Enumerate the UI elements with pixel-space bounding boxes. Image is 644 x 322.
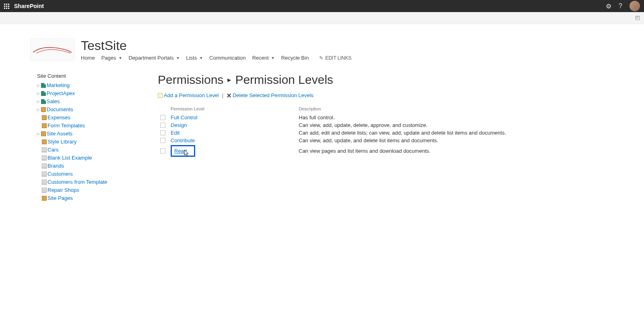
add-permission-label: Add a Permission Level <box>164 92 219 98</box>
nav-home[interactable]: Home <box>81 55 95 61</box>
tree-link[interactable]: Site Pages <box>47 195 73 202</box>
left-navigation: Site Content ▷Marketing ▷ProjectApex ▷Sa… <box>37 73 158 202</box>
permission-level-link-edit[interactable]: Edit <box>171 130 180 136</box>
tree-link[interactable]: Customers from Template <box>47 179 107 186</box>
nav-lists-label: Lists <box>186 55 197 61</box>
permission-level-link-contribute[interactable]: Contribute <box>171 137 195 143</box>
delete-permission-levels-link[interactable]: Delete Selected Permission Levels <box>227 92 314 98</box>
focus-content-icon[interactable]: ◰ <box>635 15 640 21</box>
table-header-row: Permission Level Description <box>158 106 628 114</box>
tree-link[interactable]: Customers <box>47 170 73 178</box>
page-breadcrumb: Permissions ▸ Permission Levels <box>158 73 628 87</box>
table-row: Design Can view, add, update, delete, ap… <box>158 121 628 129</box>
table-row: Contribute Can view, add, update, and de… <box>158 137 628 144</box>
ribbon-area: ◰ <box>0 12 644 24</box>
expander-icon[interactable]: ▷ <box>37 82 40 89</box>
tree-node-siteassets[interactable]: ▷Site Assets <box>37 130 158 138</box>
user-avatar[interactable] <box>630 1 640 11</box>
tree-node-sales[interactable]: ▷Sales <box>37 98 158 106</box>
edit-links-button[interactable]: EDIT LINKS <box>319 55 351 61</box>
list-icon <box>42 164 47 168</box>
help-icon[interactable]: ? <box>619 2 622 10</box>
site-logo[interactable] <box>30 38 74 60</box>
library-icon <box>41 131 46 136</box>
tree-link[interactable]: Expenses <box>47 114 70 121</box>
tree-node-stylelibrary[interactable]: Style Library <box>37 138 158 146</box>
tree-node-marketing[interactable]: ▷Marketing <box>37 81 158 89</box>
row-checkbox[interactable] <box>160 123 165 128</box>
expander-icon[interactable]: ▷ <box>37 130 40 137</box>
row-checkbox[interactable] <box>160 138 165 143</box>
caret-icon: ▼ <box>271 56 275 60</box>
row-checkbox[interactable] <box>160 130 165 135</box>
permission-description: Can add, edit and delete lists; can view… <box>299 130 628 136</box>
library-icon <box>42 123 47 128</box>
tree-link[interactable]: Site Assets <box>47 130 72 137</box>
tree-node-brands[interactable]: Brands <box>37 162 158 170</box>
add-permission-level-link[interactable]: Add a Permission Level <box>158 92 219 98</box>
nav-recycle-bin[interactable]: Recycle Bin <box>281 55 309 61</box>
tree-node-formtemplates[interactable]: Form Templates <box>37 122 158 130</box>
row-checkbox[interactable] <box>160 148 165 154</box>
column-header-name[interactable]: Permission Level <box>171 106 299 111</box>
tree-link[interactable]: Brands <box>47 162 64 170</box>
tree-node-customerstpl[interactable]: Customers from Template <box>37 178 158 186</box>
list-icon <box>42 147 47 152</box>
table-row: Full Control Has full control. <box>158 114 628 121</box>
nav-communication[interactable]: Communication <box>209 55 246 61</box>
tree-node-projectapex[interactable]: ▷ProjectApex <box>37 89 158 98</box>
expander-icon[interactable]: ▷ <box>37 90 40 97</box>
library-icon <box>41 107 46 112</box>
breadcrumb-parent[interactable]: Permissions <box>158 73 223 87</box>
column-header-description[interactable]: Description <box>299 106 628 111</box>
tree-link[interactable]: Blank List Example <box>47 154 92 162</box>
expander-icon[interactable]: ▷ <box>37 98 40 105</box>
permission-level-link-read[interactable]: Read <box>174 148 187 154</box>
delete-permission-label: Delete Selected Permission Levels <box>233 92 314 98</box>
tree-link[interactable]: ProjectApex <box>47 90 75 97</box>
permission-level-link-full-control[interactable]: Full Control <box>171 114 197 120</box>
tree-link[interactable]: Cars <box>47 146 58 154</box>
permission-description: Can view, add, update, and delete list i… <box>299 137 628 143</box>
tree-node-sitepages[interactable]: Site Pages <box>37 194 158 202</box>
permission-level-link-design[interactable]: Design <box>171 122 187 128</box>
tree-link[interactable]: Repair Shops <box>47 187 79 194</box>
table-row: Read Can view pages and list items and d… <box>158 144 628 158</box>
breadcrumb-separator-icon: ▸ <box>227 75 231 84</box>
list-icon <box>42 180 47 185</box>
delete-x-icon <box>227 93 231 98</box>
nav-pages[interactable]: Pages▼ <box>101 55 122 61</box>
permission-description: Can view, add, update, delete, approve, … <box>299 122 628 128</box>
nav-department-portals[interactable]: Department Portals▼ <box>128 55 180 61</box>
tree-node-customers[interactable]: Customers <box>37 170 158 178</box>
permission-description: Can view pages and list items and downlo… <box>299 148 628 154</box>
caret-icon: ▼ <box>199 56 203 60</box>
tree-link[interactable]: Marketing <box>47 82 70 89</box>
action-toolbar: Add a Permission Level | Delete Selected… <box>158 92 628 98</box>
tree-node-documents[interactable]: ▷Documents <box>37 106 158 114</box>
tree-link[interactable]: Form Templates <box>47 122 85 129</box>
nav-pages-label: Pages <box>101 55 116 61</box>
tree-node-cars[interactable]: Cars <box>37 146 158 154</box>
caret-icon: ▼ <box>119 56 122 60</box>
permission-description: Has full control. <box>299 114 628 120</box>
app-title[interactable]: SharePoint <box>14 3 44 9</box>
permission-levels-table: Permission Level Description Full Contro… <box>158 106 628 158</box>
tree-link[interactable]: Style Library <box>47 138 76 145</box>
app-launcher-icon[interactable] <box>4 4 9 9</box>
nav-recent[interactable]: Recent▼ <box>252 55 275 61</box>
site-icon <box>41 99 46 104</box>
row-checkbox[interactable] <box>160 115 165 120</box>
site-title[interactable]: TestSite <box>81 38 351 53</box>
tree-node-repairshops[interactable]: Repair Shops <box>37 186 158 194</box>
separator: | <box>222 92 223 98</box>
tree-node-expenses[interactable]: Expenses <box>37 114 158 122</box>
tree-node-blanklist[interactable]: Blank List Example <box>37 154 158 162</box>
tree-link[interactable]: Sales <box>47 98 60 105</box>
library-icon <box>42 139 47 144</box>
nav-lists[interactable]: Lists▼ <box>186 55 203 61</box>
tree-link[interactable]: Documents <box>47 106 73 113</box>
expander-icon[interactable]: ▷ <box>37 106 40 113</box>
settings-gear-icon[interactable]: ⚙ <box>606 2 611 10</box>
site-icon <box>41 83 46 88</box>
